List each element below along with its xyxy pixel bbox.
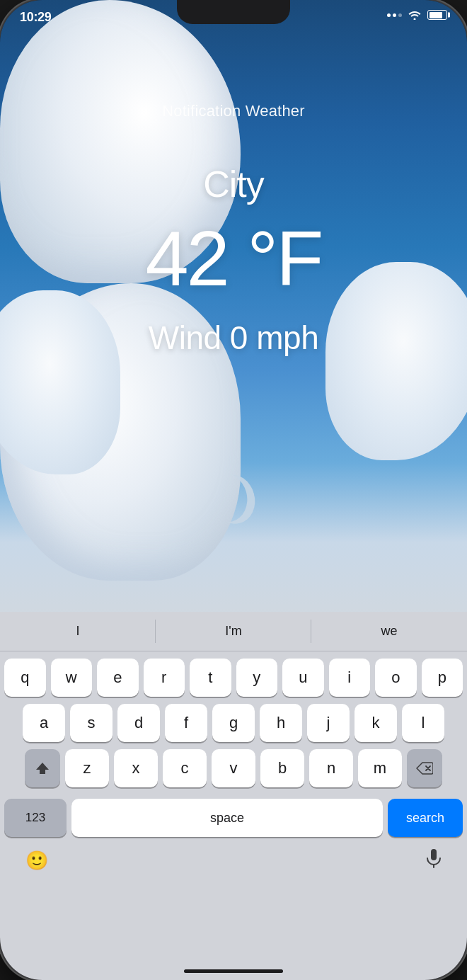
key-j[interactable]: j xyxy=(307,704,350,742)
key-q[interactable]: q xyxy=(4,659,46,697)
moon xyxy=(212,474,255,524)
battery-icon xyxy=(427,10,447,20)
backspace-key[interactable] xyxy=(407,749,442,787)
microphone-icon[interactable] xyxy=(426,848,442,872)
temperature-display: 42 °F xyxy=(145,220,321,297)
key-x[interactable]: x xyxy=(114,749,158,787)
key-b[interactable]: b xyxy=(260,749,304,787)
key-g[interactable]: g xyxy=(212,704,255,742)
key-a[interactable]: a xyxy=(23,704,65,742)
notch xyxy=(177,0,290,24)
key-f[interactable]: f xyxy=(165,704,207,742)
key-n[interactable]: n xyxy=(309,749,353,787)
keyboard-area: I I'm we q w e r t y u i o p xyxy=(0,612,467,980)
autocomplete-item-2[interactable]: I'm xyxy=(156,612,311,651)
weather-content: Notification Weather City 42 °F Wind 0 m… xyxy=(0,38,467,357)
shift-key[interactable] xyxy=(25,749,60,787)
key-y[interactable]: y xyxy=(236,659,278,697)
wifi-icon xyxy=(408,10,422,20)
numbers-key[interactable]: 123 xyxy=(4,799,67,837)
key-v[interactable]: v xyxy=(212,749,255,787)
key-r[interactable]: r xyxy=(144,659,185,697)
phone-frame: 10:29 Noti xyxy=(0,0,467,980)
system-bar: 🙂 xyxy=(0,844,467,885)
key-e[interactable]: e xyxy=(97,659,139,697)
status-icons xyxy=(387,10,447,20)
app-title: Notification Weather xyxy=(162,102,305,120)
wind-info: Wind 0 mph xyxy=(149,319,318,357)
key-l[interactable]: l xyxy=(402,704,444,742)
space-key[interactable]: space xyxy=(71,799,383,837)
key-d[interactable]: d xyxy=(117,704,160,742)
svg-rect-0 xyxy=(431,849,437,860)
autocomplete-bar: I I'm we xyxy=(0,612,467,651)
emoji-icon[interactable]: 🙂 xyxy=(25,850,48,872)
key-i[interactable]: i xyxy=(329,659,371,697)
key-s[interactable]: s xyxy=(70,704,113,742)
key-u[interactable]: u xyxy=(282,659,324,697)
keyboard-rows: q w e r t y u i o p a s d f g h j k xyxy=(0,651,467,799)
status-time: 10:29 xyxy=(20,10,52,25)
key-z[interactable]: z xyxy=(65,749,109,787)
key-o[interactable]: o xyxy=(375,659,417,697)
bottom-row: 123 space search xyxy=(0,799,467,837)
key-w[interactable]: w xyxy=(51,659,93,697)
key-row-1: q w e r t y u i o p xyxy=(4,659,463,697)
signal-icon xyxy=(387,13,402,17)
key-p[interactable]: p xyxy=(422,659,463,697)
autocomplete-item-3[interactable]: we xyxy=(311,612,467,651)
home-indicator xyxy=(184,969,283,973)
key-t[interactable]: t xyxy=(190,659,231,697)
key-k[interactable]: k xyxy=(354,704,397,742)
key-c[interactable]: c xyxy=(163,749,207,787)
city-name: City xyxy=(203,163,264,205)
key-h[interactable]: h xyxy=(260,704,302,742)
key-row-3: z x c v b n m xyxy=(4,749,463,787)
search-button[interactable]: search xyxy=(388,799,463,837)
key-m[interactable]: m xyxy=(358,749,402,787)
autocomplete-item-1[interactable]: I xyxy=(0,612,156,651)
key-row-2: a s d f g h j k l xyxy=(4,704,463,742)
